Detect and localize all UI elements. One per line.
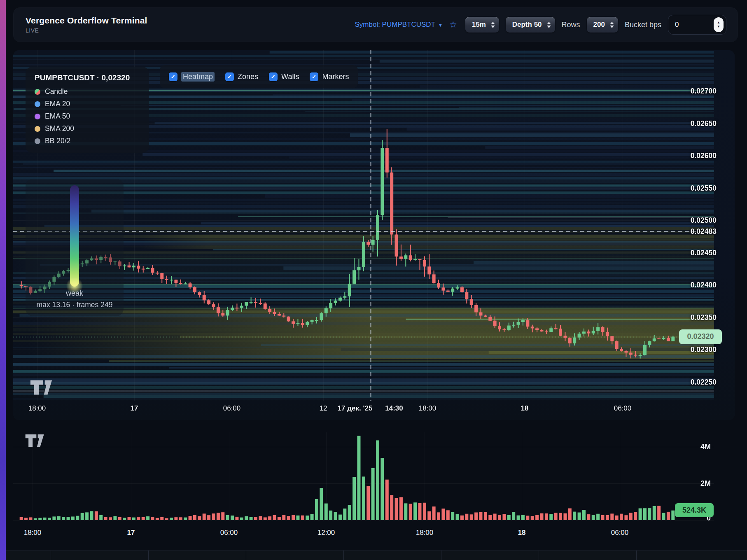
accent-strip (0, 0, 6, 560)
checkbox-icon[interactable]: ✓ (225, 72, 234, 81)
volume-tick-label: 4M (700, 443, 711, 451)
price-tick-label: 0.02600 (691, 152, 717, 160)
bucket-bps-input[interactable]: 0 ▲ ▼ (668, 15, 726, 35)
bucket-bps-label: Bucket bps (625, 21, 661, 29)
tradingview-logo[interactable] (30, 379, 54, 396)
select-arrows-icon (547, 22, 551, 28)
step-up-icon: ▲ (717, 21, 720, 24)
time-tick-label: 06:00 (614, 404, 632, 413)
footer-cell (637, 551, 747, 560)
time-tick-label: 17 (131, 404, 138, 413)
legend-item[interactable]: SMA 200 (35, 124, 140, 133)
overlay-toolbar: ✓Heatmap✓Zones✓Walls✓Markers (160, 65, 358, 88)
volume-panel: 4M2M0 524.3K 18:001706:0012:0018:001806:… (13, 427, 735, 550)
tradingview-logo[interactable] (25, 433, 45, 448)
toggle-label: Walls (281, 72, 299, 81)
timeframe-select[interactable]: 15m (465, 17, 499, 33)
header-controls: Symbol: PUMPBTCUSDT ▼ ☆ 15m Depth 50 Row… (355, 15, 726, 35)
checkbox-icon[interactable]: ✓ (310, 72, 318, 81)
price-tick-label: 0.02650 (691, 119, 717, 128)
legend-item-label: EMA 20 (45, 100, 70, 108)
legend-item-label: SMA 200 (45, 124, 74, 133)
price-chart-panel: PUMPBTCUSDT · 0,02320 CandleEMA 20EMA 50… (13, 50, 735, 420)
legend-color-dot (35, 114, 40, 119)
chart-legend: PUMPBTCUSDT · 0,02320 CandleEMA 20EMA 50… (26, 67, 149, 153)
legend-title: PUMPBTCUSDT · 0,02320 (35, 73, 140, 82)
rows-value: 200 (593, 21, 605, 29)
legend-item[interactable]: EMA 50 (35, 112, 140, 121)
footer-cell (6, 551, 51, 560)
price-tick-label: 0.02400 (691, 281, 717, 289)
header-bar: Vergence Orderflow Terminal LIVE Symbol:… (13, 7, 738, 42)
toggle-walls[interactable]: ✓Walls (269, 72, 299, 81)
toggle-label: Markers (322, 72, 349, 81)
price-tick-label: 0.02450 (691, 248, 717, 257)
step-down-icon: ▼ (717, 25, 720, 28)
legend-item[interactable]: EMA 20 (35, 100, 140, 108)
depth-value: Depth 50 (512, 21, 542, 29)
volume-tick-label: 2M (700, 479, 711, 488)
bucket-bps-value: 0 (675, 21, 679, 29)
price-tick-label: 0.02550 (691, 184, 717, 192)
legend-color-dot (35, 101, 40, 107)
time-tick-label: 17 дек. '25 (338, 404, 373, 413)
footer-cell (344, 551, 441, 560)
symbol-label: Symbol: PUMPBTCUSDT (355, 21, 435, 29)
number-stepper[interactable]: ▲ ▼ (714, 17, 724, 32)
legend-item-label: Candle (45, 87, 68, 96)
time-tick-label: 18:00 (419, 404, 437, 413)
legend-color-dot (35, 138, 40, 144)
select-arrows-icon (491, 22, 495, 28)
intensity-gradient-bar (70, 185, 79, 287)
footer-cell (51, 551, 149, 560)
legend-item[interactable]: BB 20/2 (35, 137, 140, 145)
crosshair-price-label: 0.02483 (691, 227, 717, 236)
volume-time-tick-label: 12:00 (317, 529, 335, 537)
volume-time-tick-label: 06:00 (220, 529, 238, 537)
price-tick-label: 0.02350 (691, 313, 717, 322)
volume-time-tick-label: 18 (518, 529, 526, 537)
price-tick-label: 0.02500 (691, 216, 717, 225)
time-tick-label: 14:30 (385, 404, 403, 413)
time-tick-label: 18 (521, 404, 529, 413)
volume-chart-canvas[interactable] (13, 427, 735, 524)
intensity-stats-label: max 13.16 · frames 249 (26, 301, 124, 309)
time-tick-label: 06:00 (223, 404, 241, 413)
legend-item[interactable]: Candle (35, 87, 140, 96)
chevron-down-icon: ▼ (438, 23, 443, 28)
last-price-badge: 0.02320 (679, 329, 722, 344)
footer-cell (539, 551, 637, 560)
symbol-selector[interactable]: Symbol: PUMPBTCUSDT ▼ (355, 21, 442, 29)
legend-item-label: BB 20/2 (45, 137, 70, 145)
toggle-zones[interactable]: ✓Zones (225, 72, 258, 81)
depth-select[interactable]: Depth 50 (506, 17, 555, 33)
checkbox-icon[interactable]: ✓ (269, 72, 278, 81)
legend-item-label: EMA 50 (45, 112, 70, 121)
live-status: LIVE (26, 27, 147, 34)
rows-select[interactable]: 200 (587, 17, 618, 33)
volume-time-tick-label: 17 (127, 529, 135, 537)
time-tick-label: 18:00 (28, 404, 46, 413)
checkbox-icon[interactable]: ✓ (169, 72, 177, 81)
toggle-markers[interactable]: ✓Markers (310, 72, 349, 81)
select-arrows-icon (610, 22, 614, 28)
toggle-heatmap[interactable]: ✓Heatmap (169, 72, 215, 82)
legend-color-dot (35, 89, 40, 95)
last-volume-badge: 524.3K (675, 503, 714, 517)
legend-items: CandleEMA 20EMA 50SMA 200BB 20/2 (35, 87, 140, 145)
toggle-label: Zones (238, 72, 258, 81)
volume-time-tick-label: 06:00 (611, 529, 629, 537)
intensity-min-label: weak (26, 289, 124, 298)
title-block: Vergence Orderflow Terminal LIVE (26, 16, 147, 33)
footer-cell (149, 551, 246, 560)
timeframe-value: 15m (472, 21, 486, 29)
footer-cell (246, 551, 344, 560)
legend-color-dot (35, 126, 40, 132)
toggle-label: Heatmap (181, 72, 215, 82)
favorite-star-icon[interactable]: ☆ (449, 20, 457, 30)
rows-label: Rows (562, 21, 580, 29)
time-tick-label: 12 (320, 404, 327, 413)
app-window: Vergence Orderflow Terminal LIVE Symbol:… (6, 0, 747, 560)
footer-cell (441, 551, 539, 560)
heatmap-intensity-legend: weak max 13.16 · frames 249 (26, 179, 124, 316)
